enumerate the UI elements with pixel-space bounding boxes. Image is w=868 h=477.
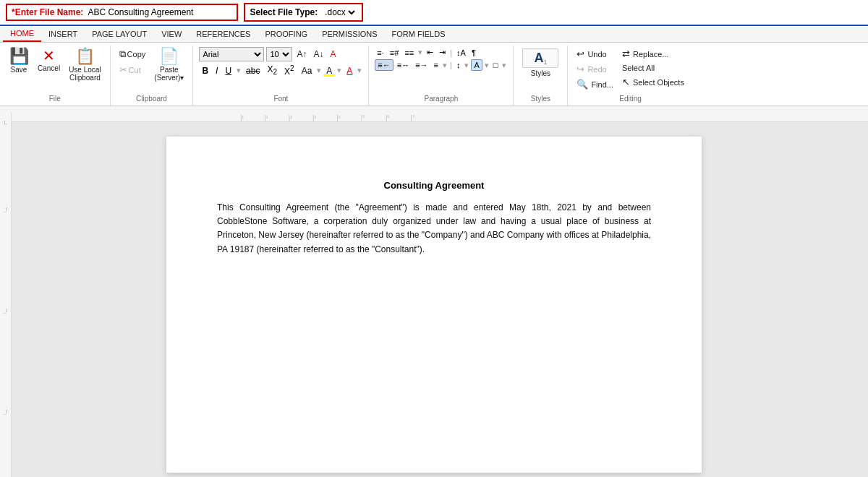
clipboard-small-col: ⧉ Copy ✂ Cut [116, 47, 149, 77]
paragraph-group-content: ≡· ≡# ≡≡ ▾ ⇤ ⇥ | ↕A ¶ ≡← ≡↔ ≡→ ≡ ▾ | ↕ ▾… [375, 47, 507, 93]
numbered-list-button[interactable]: ≡# [388, 48, 401, 58]
text-color-button2[interactable]: A [344, 65, 355, 77]
paste-label: Paste (Server)▾ [154, 66, 184, 82]
menu-item-form-fields[interactable]: FORM FIELDS [385, 27, 453, 41]
select-objects-button[interactable]: ↖ Select Objects [619, 75, 687, 89]
file-group-label: File [49, 93, 61, 104]
use-local-clipboard-button[interactable]: 📋 Use Local Clipboard [66, 47, 103, 83]
select-all-label: Select All [622, 64, 655, 72]
font-family-select[interactable]: Arial Times New Roman Calibri [199, 47, 264, 61]
increase-indent-button[interactable]: ⇥ [437, 47, 448, 58]
paste-icon: 📄 [159, 48, 179, 64]
margin-mark-i: _I [3, 202, 8, 216]
menu-item-view[interactable]: VIEW [154, 27, 189, 41]
clipboard-icon: 📋 [75, 48, 95, 64]
document-title: Consulting Agreement [217, 180, 651, 191]
align-left-button[interactable]: ≡← [375, 59, 393, 71]
copy-button[interactable]: ⧉ Copy [116, 47, 149, 61]
align-right-button[interactable]: ≡→ [413, 60, 430, 70]
file-name-input[interactable] [88, 7, 232, 17]
italic-button[interactable]: I [213, 65, 221, 77]
highlight-divider: ▾ [336, 66, 342, 75]
paste-button[interactable]: 📄 Paste (Server)▾ [151, 47, 187, 83]
ruler-inner: |¹ |¹ |² |³ |² |⁵ |⁶ |⁷ [12, 106, 856, 121]
undo-redo-col: ↩ Undo ↪ Redo 🔍 Find... [574, 47, 616, 91]
save-label: Save [11, 66, 27, 74]
top-bar: *Enter File Name: Select File Type: .doc… [0, 0, 868, 26]
document-page[interactable]: Consulting Agreement This Consulting Agr… [166, 137, 702, 473]
menu-item-insert[interactable]: INSERT [41, 27, 85, 41]
undo-label: Undo [587, 50, 606, 59]
styles-group-content: A1 Styles [519, 47, 561, 93]
editing-group-label: Editing [619, 93, 642, 104]
menu-item-references[interactable]: REFERENCES [189, 27, 258, 41]
case-button[interactable]: Aa [299, 65, 315, 77]
use-local-label: Use Local Clipboard [69, 66, 101, 82]
font-size-select[interactable]: 10 11 12 14 [266, 47, 292, 61]
file-group-content: 💾 Save ✕ Cancel 📋 Use Local Clipboard [6, 47, 104, 93]
redo-icon: ↪ [576, 64, 584, 74]
text-color-divider: ▾ [357, 66, 362, 75]
select-objects-icon: ↖ [622, 77, 630, 87]
redo-button[interactable]: ↪ Redo [574, 62, 616, 76]
select-all-button[interactable]: Select All [619, 62, 687, 74]
underline-button[interactable]: U [222, 65, 234, 77]
border-button[interactable]: □ [491, 60, 501, 70]
undo-button[interactable]: ↩ Undo [574, 47, 616, 61]
menu-item-proofing[interactable]: PROOFING [258, 27, 315, 41]
font-grow-button[interactable]: A↑ [294, 48, 309, 60]
superscript-button[interactable]: X2 [281, 64, 297, 77]
cut-icon: ✂ [119, 64, 127, 75]
editing-group-content: ↩ Undo ↪ Redo 🔍 Find... ⇄ Replace... [574, 47, 687, 93]
replace-icon: ⇄ [622, 48, 630, 59]
copy-label: Copy [127, 50, 146, 59]
show-formatting-button[interactable]: ¶ [469, 48, 478, 58]
font-color-button[interactable]: A [328, 48, 338, 60]
justify-button[interactable]: ≡ [432, 60, 441, 70]
cancel-label: Cancel [38, 64, 60, 72]
multilevel-list-button[interactable]: ≡≡ [402, 48, 416, 58]
bold-button[interactable]: B [199, 65, 211, 77]
document-area: L _I _I _I Consulting Agreement This Con… [0, 122, 868, 477]
save-button[interactable]: 💾 Save [6, 47, 32, 75]
subscript-button[interactable]: X2 [264, 64, 280, 77]
margin-mark-t: _I [3, 303, 8, 317]
cancel-icon: ✕ [43, 48, 55, 63]
find-button[interactable]: 🔍 Find... [574, 77, 616, 91]
ribbon-group-file: 💾 Save ✕ Cancel 📋 Use Local Clipboard Fi… [0, 46, 111, 106]
replace-button[interactable]: ⇄ Replace... [619, 47, 687, 61]
find-label: Find... [591, 80, 613, 89]
menu-item-page-layout[interactable]: PAGE LAYOUT [85, 27, 154, 41]
menu-bar: HOME INSERT PAGE LAYOUT VIEW REFERENCES … [0, 26, 868, 43]
line-spacing-button[interactable]: ↕ [454, 60, 463, 70]
save-icon: 💾 [9, 48, 29, 64]
file-type-select[interactable]: .docx .pdf .doc .txt [322, 7, 357, 18]
strikethrough-button[interactable]: abc [243, 65, 263, 77]
styles-button[interactable]: A1 Styles [519, 47, 561, 79]
align-divider: ▾ [442, 61, 448, 70]
cancel-button[interactable]: ✕ Cancel [35, 47, 63, 74]
ls-divider: ▾ [464, 61, 469, 70]
ribbon-group-editing: ↩ Undo ↪ Redo 🔍 Find... ⇄ Replace... [568, 46, 693, 106]
cut-label: Cut [129, 66, 141, 74]
undo-icon: ↩ [576, 48, 584, 59]
ruler: |¹ |¹ |² |³ |² |⁵ |⁶ |⁷ [0, 106, 868, 122]
menu-item-home[interactable]: HOME [3, 26, 41, 42]
decrease-indent-button[interactable]: ⇤ [425, 47, 435, 58]
menu-item-permissions[interactable]: PERMISSIONS [315, 27, 384, 41]
shading-divider: ▾ [484, 61, 490, 70]
para-align-row: ≡← ≡↔ ≡→ ≡ ▾ | ↕ ▾ A ▾ □ ▾ [375, 59, 507, 71]
sort-button[interactable]: ↕A [454, 48, 468, 58]
paragraph-group-label: Paragraph [425, 93, 459, 104]
highlight-button[interactable]: A [323, 65, 335, 77]
font-shrink-button[interactable]: A↓ [311, 48, 326, 60]
ribbon-group-paragraph: ≡· ≡# ≡≡ ▾ ⇤ ⇥ | ↕A ¶ ≡← ≡↔ ≡→ ≡ ▾ | ↕ ▾… [369, 46, 514, 106]
ribbon-group-clipboard: ⧉ Copy ✂ Cut 📄 Paste (Server)▾ Clipboard [111, 46, 194, 106]
file-name-section: *Enter File Name: [6, 4, 238, 21]
bullet-list-button[interactable]: ≡· [375, 48, 386, 58]
align-center-button[interactable]: ≡↔ [395, 60, 412, 70]
cut-button[interactable]: ✂ Cut [116, 63, 149, 77]
shading-button[interactable]: A [471, 59, 482, 71]
file-name-label: *Enter File Name: [12, 7, 83, 17]
ribbon-group-font: Arial Times New Roman Calibri 10 11 12 1… [193, 46, 369, 106]
